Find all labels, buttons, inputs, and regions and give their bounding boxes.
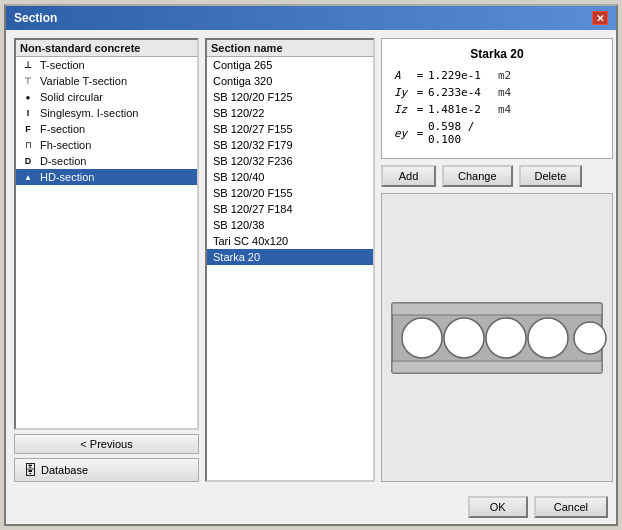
section-dialog: Section ✕ Non-standard concrete ⊥ T-sect… bbox=[4, 4, 618, 526]
prop-key-iy: Iy bbox=[394, 86, 412, 99]
list-item-label: HD-section bbox=[40, 171, 94, 183]
list-item[interactable]: F F-section bbox=[16, 121, 197, 137]
database-label: Database bbox=[41, 464, 88, 476]
section-name-item[interactable]: SB 120/32 F179 bbox=[207, 137, 373, 153]
left-panel: Non-standard concrete ⊥ T-section ⊤ Vari… bbox=[14, 38, 199, 482]
ok-button[interactable]: OK bbox=[468, 496, 528, 518]
properties-box: Starka 20 A = 1.229e-1 m2 Iy = 6.233e-4 … bbox=[381, 38, 613, 159]
section-preview bbox=[381, 193, 613, 482]
add-button[interactable]: Add bbox=[381, 165, 436, 187]
action-buttons: Add Change Delete bbox=[381, 165, 613, 187]
cancel-button[interactable]: Cancel bbox=[534, 496, 608, 518]
prop-key-iz: Iz bbox=[394, 103, 412, 116]
list-item-label: Variable T-section bbox=[40, 75, 127, 87]
list-item-label: Solid circular bbox=[40, 91, 103, 103]
prop-key-ey: ey bbox=[394, 127, 412, 140]
svg-point-3 bbox=[402, 318, 442, 358]
prop-val-iy: 6.233e-4 bbox=[428, 86, 498, 99]
prop-val-ey: 0.598 / 0.100 bbox=[428, 120, 498, 146]
prop-val-a: 1.229e-1 bbox=[428, 69, 498, 82]
database-button[interactable]: 🗄 Database bbox=[14, 458, 199, 482]
list-item-label: F-section bbox=[40, 123, 85, 135]
change-button[interactable]: Change bbox=[442, 165, 513, 187]
middle-panel: Section name Contiga 265 Contiga 320 SB … bbox=[205, 38, 375, 482]
props-title: Starka 20 bbox=[394, 47, 600, 61]
list-item[interactable]: ⊓ Fh-section bbox=[16, 137, 197, 153]
t-section-icon: ⊥ bbox=[20, 59, 36, 71]
list-item-label: D-section bbox=[40, 155, 86, 167]
section-name-item[interactable]: SB 120/27 F155 bbox=[207, 121, 373, 137]
solid-circular-icon: ● bbox=[20, 91, 36, 103]
variable-t-icon: ⊤ bbox=[20, 75, 36, 87]
bottom-buttons: OK Cancel bbox=[6, 490, 616, 524]
dialog-body: Non-standard concrete ⊥ T-section ⊤ Vari… bbox=[6, 30, 616, 490]
section-name-item[interactable]: Tari SC 40x120 bbox=[207, 233, 373, 249]
svg-point-5 bbox=[486, 318, 526, 358]
section-name-item[interactable]: SB 120/20 F125 bbox=[207, 89, 373, 105]
svg-rect-2 bbox=[392, 361, 602, 373]
prop-row-iy: Iy = 6.233e-4 m4 bbox=[394, 86, 600, 99]
list-item[interactable]: I Singlesym. I-section bbox=[16, 105, 197, 121]
section-name-item[interactable]: Contiga 320 bbox=[207, 73, 373, 89]
svg-rect-1 bbox=[392, 303, 602, 315]
list-item-label: Singlesym. I-section bbox=[40, 107, 138, 119]
section-type-list: Non-standard concrete ⊥ T-section ⊤ Vari… bbox=[14, 38, 199, 430]
list-item[interactable]: D D-section bbox=[16, 153, 197, 169]
svg-point-4 bbox=[444, 318, 484, 358]
svg-point-6 bbox=[528, 318, 568, 358]
section-name-item[interactable]: SB 120/27 F184 bbox=[207, 201, 373, 217]
singlesym-i-icon: I bbox=[20, 107, 36, 119]
prop-key-a: A bbox=[394, 69, 412, 82]
section-type-header: Non-standard concrete bbox=[16, 40, 197, 57]
prop-unit-iy: m4 bbox=[498, 86, 511, 99]
section-name-item[interactable]: Contiga 265 bbox=[207, 57, 373, 73]
prop-val-iz: 1.481e-2 bbox=[428, 103, 498, 116]
dialog-title: Section bbox=[14, 11, 57, 25]
delete-button[interactable]: Delete bbox=[519, 165, 583, 187]
right-panel: Starka 20 A = 1.229e-1 m2 Iy = 6.233e-4 … bbox=[381, 38, 613, 482]
section-name-header: Section name bbox=[207, 40, 373, 57]
prop-unit-iz: m4 bbox=[498, 103, 511, 116]
prop-row-ey: ey = 0.598 / 0.100 bbox=[394, 120, 600, 146]
title-bar: Section ✕ bbox=[6, 6, 616, 30]
list-item[interactable]: ● Solid circular bbox=[16, 89, 197, 105]
section-name-item[interactable]: SB 120/38 bbox=[207, 217, 373, 233]
section-name-item[interactable]: SB 120/40 bbox=[207, 169, 373, 185]
prop-row-iz: Iz = 1.481e-2 m4 bbox=[394, 103, 600, 116]
fh-section-icon: ⊓ bbox=[20, 139, 36, 151]
prop-eq-iz: = bbox=[412, 103, 428, 116]
hd-section-icon: ▲ bbox=[20, 171, 36, 183]
database-icon: 🗄 bbox=[23, 462, 37, 478]
svg-point-7 bbox=[574, 322, 606, 354]
prop-eq-iy: = bbox=[412, 86, 428, 99]
f-section-icon: F bbox=[20, 123, 36, 135]
prop-eq-a: = bbox=[412, 69, 428, 82]
section-name-item[interactable]: SB 120/22 bbox=[207, 105, 373, 121]
section-name-item-starka20[interactable]: Starka 20 bbox=[207, 249, 373, 265]
close-button[interactable]: ✕ bbox=[592, 11, 608, 25]
list-item-label: T-section bbox=[40, 59, 85, 71]
list-item-hd-section[interactable]: ▲ HD-section bbox=[16, 169, 197, 185]
list-item-label: Fh-section bbox=[40, 139, 91, 151]
section-name-item[interactable]: SB 120/20 F155 bbox=[207, 185, 373, 201]
prop-unit-a: m2 bbox=[498, 69, 511, 82]
section-name-list: Section name Contiga 265 Contiga 320 SB … bbox=[205, 38, 375, 482]
section-preview-svg bbox=[382, 283, 612, 393]
section-type-items: ⊥ T-section ⊤ Variable T-section ● Solid… bbox=[16, 57, 197, 423]
list-item[interactable]: ⊤ Variable T-section bbox=[16, 73, 197, 89]
section-name-item[interactable]: SB 120/32 F236 bbox=[207, 153, 373, 169]
prop-eq-ey: = bbox=[412, 127, 428, 140]
d-section-icon: D bbox=[20, 155, 36, 167]
list-item[interactable]: ⊥ T-section bbox=[16, 57, 197, 73]
prop-row-a: A = 1.229e-1 m2 bbox=[394, 69, 600, 82]
section-name-items: Contiga 265 Contiga 320 SB 120/20 F125 S… bbox=[207, 57, 373, 475]
previous-button[interactable]: < Previous bbox=[14, 434, 199, 454]
